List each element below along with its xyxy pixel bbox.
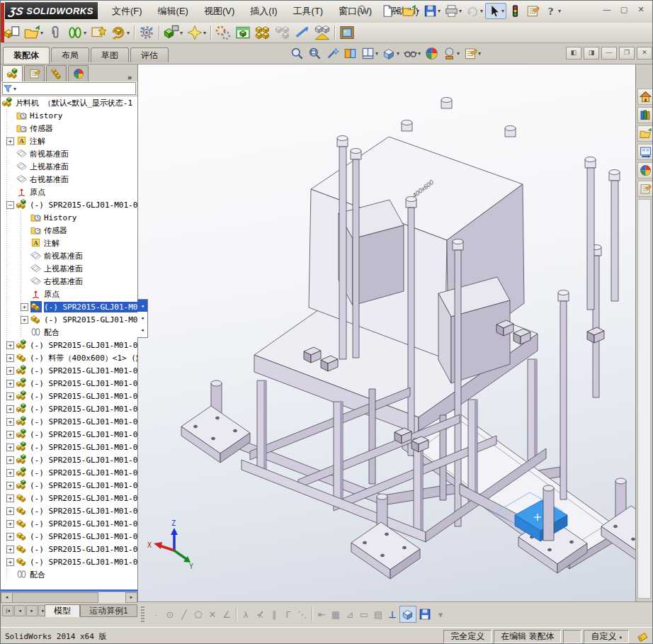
menu-i[interactable]: 插入(I) xyxy=(242,4,285,18)
save-button[interactable]: ▾ xyxy=(421,3,443,19)
dropdown-caret-icon[interactable]: ▾ xyxy=(418,50,421,57)
tree-row[interactable]: +(-) SPR2015-GLJ01-M01-0 xyxy=(1,313,137,326)
sketch-tool-glyph[interactable]: ╱ xyxy=(177,609,191,620)
tree-filter-input[interactable]: ▾ xyxy=(2,82,136,95)
tree-row[interactable]: 上视基准面 xyxy=(1,262,137,275)
flyout-arrow[interactable]: ◂ xyxy=(137,312,147,324)
tree-row[interactable]: +(-) SPR2015-GLJ01-M01-01-1 xyxy=(1,339,137,351)
tree-expander[interactable]: + xyxy=(6,469,14,477)
tree-row[interactable]: +(-) SPR2015-GLJ01-M01-01-1 xyxy=(1,517,137,530)
tree-row[interactable]: 右视基准面 xyxy=(1,275,137,288)
photo-view-button[interactable] xyxy=(337,23,357,42)
propertymanager-tab[interactable] xyxy=(24,65,45,81)
view-orientation-button[interactable]: ▾ xyxy=(359,45,380,62)
tree-expander[interactable]: + xyxy=(6,520,14,528)
sketch-tool-glyph[interactable]: ⊙ xyxy=(163,609,177,620)
tree-expander[interactable]: + xyxy=(6,137,14,145)
tree-row[interactable]: +(-) SPR2015-GLJ01-M01-01-1 xyxy=(1,364,137,377)
display-style-button[interactable]: ▾ xyxy=(380,45,402,62)
menu-w[interactable]: 窗口(W) xyxy=(331,4,380,18)
undo-button[interactable]: ▾ xyxy=(464,3,485,19)
tree-row[interactable]: +(-) SPR2015-GLJ01-M01-01-1 xyxy=(1,453,137,466)
tree-row[interactable]: 右视基准面 xyxy=(1,173,137,186)
custom-dropdown[interactable]: 自定义 ▴ xyxy=(584,630,629,643)
rebuild-button[interactable] xyxy=(506,3,524,19)
motion-gears-button[interactable] xyxy=(213,23,233,42)
help-button[interactable]: ?▾ xyxy=(542,3,563,19)
tree-row[interactable]: +(-) SPR2015-GLJ01-M01-01-1 xyxy=(1,466,137,479)
sketch-tool-glyph[interactable]: ∥ xyxy=(267,609,281,620)
dropdown-caret-icon[interactable]: ▾ xyxy=(416,8,419,14)
dropdown-caret-icon[interactable]: ▾ xyxy=(438,8,441,14)
sketch-tool-glyph[interactable]: ⊿ xyxy=(343,609,357,620)
sketch-tool-glyph[interactable]: ▾ xyxy=(433,609,448,620)
tree-row[interactable]: 原点 xyxy=(1,288,137,300)
tree-row[interactable]: +(-) SPR2015-GLJ01-M01-01-1 xyxy=(1,377,137,390)
tree-expander[interactable]: + xyxy=(6,392,14,400)
tree-row[interactable]: 原点 xyxy=(1,186,137,198)
dropdown-caret-icon[interactable]: ▾ xyxy=(558,8,561,14)
reference-geometry-button[interactable]: ▾ xyxy=(185,23,208,42)
rotate-component-button[interactable]: ▾ xyxy=(108,23,132,42)
menu-e[interactable]: 编辑(E) xyxy=(150,4,196,18)
tree-expander[interactable]: + xyxy=(6,558,14,566)
tree-row[interactable]: +(-) SPR2015-GLJ01-M01-01-1 xyxy=(1,390,137,402)
tree-expander[interactable]: + xyxy=(6,367,14,375)
tree-row[interactable]: −(-) SPR2015-GLJ01-M01-01-1 xyxy=(1,198,137,211)
tree-row[interactable]: 片料机 （默认<默认_显示状态-1 xyxy=(1,96,137,109)
tree-expander[interactable]: + xyxy=(21,316,28,324)
assembly-settings-button[interactable] xyxy=(137,23,157,42)
sketch-tool-glyph[interactable]: ✕ xyxy=(205,609,220,620)
tree-row[interactable]: +(-) SPR2015-GLJ01-M01-01-1 xyxy=(1,555,137,568)
open-part-button[interactable]: ▾ xyxy=(22,23,45,42)
filter-caret-icon[interactable]: ▾ xyxy=(13,86,16,92)
tree-row[interactable]: History xyxy=(1,109,137,122)
tree-expander[interactable]: + xyxy=(6,495,14,502)
zoom-area-button[interactable] xyxy=(306,45,324,62)
mate-button[interactable]: ▾ xyxy=(65,23,89,42)
sketch-tool-glyph[interactable]: Γ xyxy=(281,609,295,620)
dropdown-caret-icon[interactable]: ▾ xyxy=(395,8,398,14)
dropdown-caret-icon[interactable]: ▾ xyxy=(457,50,460,57)
study-nav-button[interactable]: ◂ xyxy=(14,605,25,616)
dropdown-caret-icon[interactable]: ▾ xyxy=(127,30,130,36)
tree-expander[interactable]: + xyxy=(6,533,14,541)
tree-row[interactable]: 配合 xyxy=(1,326,137,339)
study-nav-button[interactable]: |◂ xyxy=(2,605,13,616)
pane-left-button[interactable]: ◧ xyxy=(566,47,581,60)
dropdown-caret-icon[interactable]: ▾ xyxy=(180,30,183,36)
view-cube-button[interactable] xyxy=(399,606,416,623)
tree-row[interactable]: 配合 xyxy=(1,568,137,581)
search-icon[interactable] xyxy=(357,4,368,16)
tree-row[interactable]: +(-) SPR2015-GLJ01-M01-01-1 xyxy=(1,492,137,504)
graphics-viewport[interactable]: 400x600 xyxy=(137,64,635,601)
tab-草图[interactable]: 草图 xyxy=(91,47,129,62)
tree-row[interactable]: +(-) SPR2015-GLJ01-M01-01-1 xyxy=(1,543,137,555)
tab-装配体[interactable]: 装配体 xyxy=(3,47,50,64)
tag-icon[interactable] xyxy=(637,631,648,643)
minimize-button[interactable]: — xyxy=(598,4,615,16)
sketch-tool-glyph[interactable]: ⋱ xyxy=(295,609,310,620)
dropdown-caret-icon[interactable]: ▾ xyxy=(459,8,462,14)
sketch-tool-glyph[interactable]: ▤ xyxy=(371,609,385,620)
tab-模型[interactable]: 模型 xyxy=(45,604,80,617)
tree-row[interactable]: +(-) SPR2015-GLJ01-M01-0 xyxy=(1,300,137,313)
featuremanager-tab[interactable] xyxy=(2,65,23,81)
print-button[interactable]: ▾ xyxy=(443,3,464,19)
menu-v[interactable]: 视图(V) xyxy=(196,4,242,18)
displaymanager-tab[interactable] xyxy=(68,65,89,81)
scroll-thumb[interactable] xyxy=(12,592,98,603)
tree-expander[interactable]: + xyxy=(6,482,14,490)
study-nav-button[interactable]: ▸ xyxy=(26,605,38,616)
tree-expander[interactable]: + xyxy=(21,303,28,311)
tree-expander[interactable]: + xyxy=(6,405,14,413)
tab-布局[interactable]: 布局 xyxy=(51,47,89,62)
smart-component-button[interactable] xyxy=(89,23,108,42)
scroll-right-button[interactable]: ▸ xyxy=(125,592,137,603)
zoom-fit-button[interactable] xyxy=(288,45,306,62)
custom-properties-button[interactable] xyxy=(637,181,653,197)
tree-row[interactable]: A注解 xyxy=(1,237,137,249)
tree-row[interactable]: +(-) SPR2015-GLJ01-M01-01-1 xyxy=(1,441,137,453)
assembly-features-button[interactable]: ▾ xyxy=(161,23,185,42)
tree-row[interactable]: 传感器 xyxy=(1,224,137,237)
